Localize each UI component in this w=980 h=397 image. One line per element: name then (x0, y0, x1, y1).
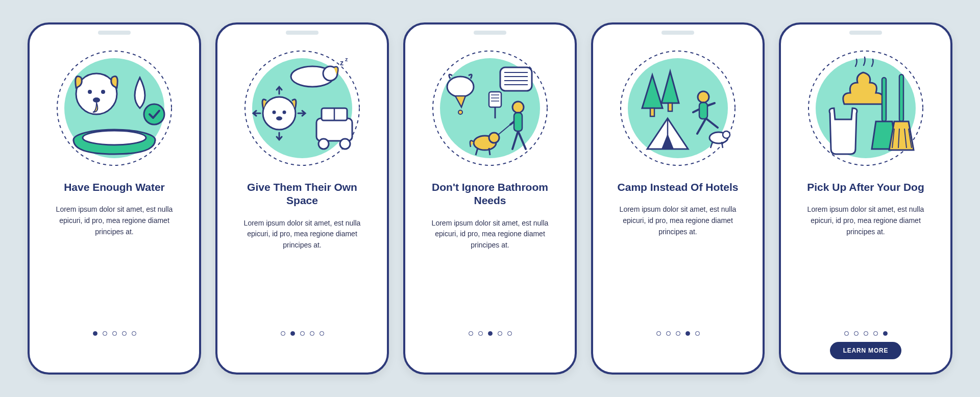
svg-point-43 (723, 131, 730, 138)
phone-notch (98, 31, 131, 35)
dot-3[interactable] (488, 331, 493, 336)
svg-point-22 (318, 139, 329, 149)
svg-point-16 (273, 111, 276, 114)
svg-rect-39 (668, 103, 672, 111)
camp-icon (617, 47, 739, 169)
svg-text:z: z (340, 59, 344, 67)
svg-text:z: z (345, 56, 348, 62)
svg-point-17 (283, 111, 286, 114)
svg-rect-32 (514, 113, 522, 131)
card-title: Pick Up After Your Dog (807, 181, 924, 194)
card-body: Lorem ipsum dolor sit amet, est nulla ep… (236, 218, 369, 251)
svg-point-31 (512, 102, 524, 113)
dot-4[interactable] (873, 331, 878, 336)
svg-point-7 (93, 97, 100, 103)
dot-4[interactable] (498, 331, 502, 336)
dot-5[interactable] (320, 331, 324, 336)
dot-5[interactable] (132, 331, 136, 336)
dot-5[interactable] (883, 331, 888, 336)
svg-point-8 (144, 104, 164, 125)
svg-point-26 (447, 77, 474, 97)
pagination-dots (469, 331, 512, 336)
onboarding-card-2: z z Give Them Their Own Space Lorem ipsu… (215, 22, 389, 375)
pagination-dots (281, 331, 324, 336)
dot-4[interactable] (310, 331, 314, 336)
card-title: Give Them Their Own Space (236, 181, 369, 208)
onboarding-card-1: Have Enough Water Lorem ipsum dolor sit … (28, 22, 201, 375)
svg-rect-19 (316, 118, 352, 141)
svg-point-6 (101, 90, 105, 94)
onboarding-card-4: Camp Instead Of Hotels Lorem ipsum dolor… (591, 22, 765, 375)
cleanup-icon (804, 47, 927, 169)
card-title: Camp Instead Of Hotels (618, 181, 739, 194)
card-body: Lorem ipsum dolor sit amet, est nulla ep… (799, 204, 932, 237)
phone-notch (662, 31, 694, 35)
svg-rect-28 (500, 67, 532, 91)
onboarding-card-3: Don't Ignore Bathroom Needs Lorem ipsum … (403, 22, 577, 375)
pagination-dots (93, 331, 136, 336)
svg-point-27 (458, 110, 462, 114)
phone-notch (286, 31, 318, 35)
dot-1[interactable] (281, 331, 285, 336)
dot-4[interactable] (122, 331, 127, 336)
card-body: Lorem ipsum dolor sit amet, est nulla ep… (611, 204, 744, 237)
svg-rect-41 (699, 103, 707, 119)
svg-rect-38 (650, 108, 654, 116)
pagination-dots (844, 331, 888, 336)
dot-2[interactable] (666, 331, 671, 336)
learn-more-button[interactable]: LEARN MORE (830, 342, 902, 359)
card-title: Don't Ignore Bathroom Needs (424, 181, 556, 208)
svg-point-15 (263, 97, 296, 130)
svg-rect-46 (882, 78, 886, 121)
dog-space-icon: z z (241, 47, 363, 169)
dot-2[interactable] (290, 331, 295, 336)
svg-point-5 (88, 90, 92, 94)
dot-2[interactable] (103, 331, 107, 336)
svg-rect-47 (899, 75, 903, 121)
card-body: Lorem ipsum dolor sit amet, est nulla ep… (48, 204, 181, 237)
card-body: Lorem ipsum dolor sit amet, est nulla ep… (424, 218, 556, 251)
dot-3[interactable] (300, 331, 305, 336)
dot-1[interactable] (656, 331, 661, 336)
svg-point-18 (276, 116, 282, 120)
dot-3[interactable] (676, 331, 680, 336)
dot-4[interactable] (685, 331, 690, 336)
svg-point-3 (83, 131, 146, 145)
dot-2[interactable] (478, 331, 483, 336)
phone-notch (474, 31, 506, 35)
dot-1[interactable] (844, 331, 849, 336)
pagination-dots (656, 331, 700, 336)
dot-3[interactable] (864, 331, 868, 336)
dot-5[interactable] (695, 331, 700, 336)
dot-3[interactable] (112, 331, 117, 336)
card-title: Have Enough Water (64, 181, 165, 194)
svg-point-35 (489, 133, 499, 143)
dot-5[interactable] (507, 331, 512, 336)
svg-rect-29 (489, 92, 501, 107)
dot-1[interactable] (93, 331, 97, 336)
walk-dog-icon (429, 47, 551, 169)
svg-point-23 (340, 139, 350, 149)
onboarding-card-5: Pick Up After Your Dog Lorem ipsum dolor… (779, 22, 952, 375)
phone-notch (849, 31, 882, 35)
svg-point-40 (698, 91, 709, 103)
dot-1[interactable] (469, 331, 473, 336)
dot-2[interactable] (854, 331, 859, 336)
water-bowl-icon (53, 47, 176, 169)
